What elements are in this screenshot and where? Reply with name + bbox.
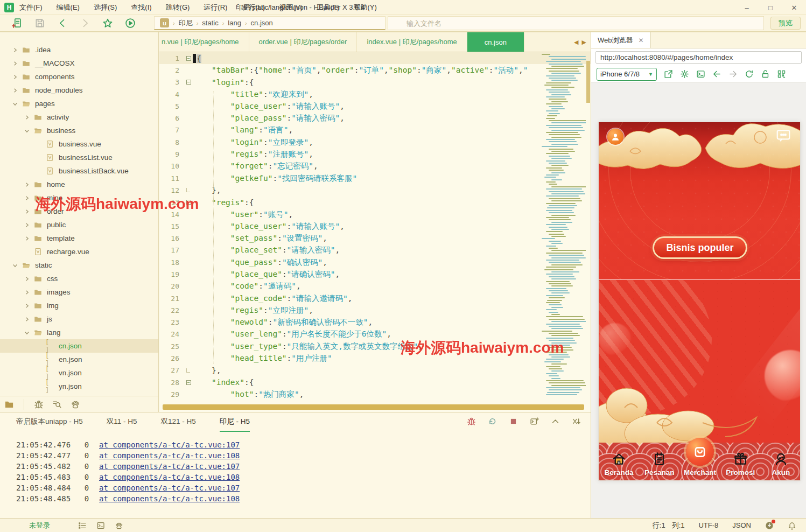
tree-item-pages[interactable]: pages [0, 97, 158, 110]
tab-akun[interactable]: Akun [761, 442, 801, 480]
code-line-9[interactable]: 9 "regis":"注册账号", [159, 148, 591, 160]
chevron-right-icon[interactable] [24, 316, 30, 323]
tree-item-businessListBack.vue[interactable]: businessListBack.vue [0, 164, 158, 178]
stop-icon[interactable] [509, 417, 518, 426]
tree-item-businessList.vue[interactable]: businessList.vue [0, 151, 158, 164]
url-input[interactable] [595, 51, 802, 64]
code-line-8[interactable]: 8 "login":"立即登录", [159, 136, 591, 148]
code-line-7[interactable]: 7 "lang":"语言", [159, 124, 591, 136]
code-line-19[interactable]: 19 "place_que":"请确认密码", [159, 268, 591, 280]
file-search-box[interactable] [388, 16, 764, 30]
chevron-down-icon[interactable] [24, 128, 30, 134]
code-line-6[interactable]: 6 "place_pass":"请输入密码", [159, 112, 591, 124]
file-search-input[interactable] [406, 19, 746, 27]
code-line-1[interactable]: 1−{ [159, 52, 591, 64]
breadcrumb-item[interactable]: 印尼 [179, 18, 193, 28]
tree-item-home[interactable]: home [0, 178, 158, 191]
breadcrumb-item[interactable]: cn.json [251, 19, 273, 27]
encoding-indicator[interactable]: UTF-8 [698, 521, 718, 529]
tree-item-lang[interactable]: lang [0, 326, 158, 339]
code-line-18[interactable]: 18 "que_pass":"确认密码", [159, 256, 591, 268]
log-source-link[interactable]: at components/a-tc/a-tc.vue:107 [99, 462, 240, 471]
nav-forward-icon[interactable] [80, 18, 90, 29]
login-status[interactable]: 未登录 [29, 521, 50, 530]
tree-item-public[interactable]: public [0, 218, 158, 232]
terminal-icon[interactable] [96, 521, 105, 530]
code-line-4[interactable]: 4 "title":"欢迎来到", [159, 88, 591, 100]
chevron-right-icon[interactable] [24, 208, 30, 215]
restart-icon[interactable] [488, 417, 497, 426]
filetype-indicator[interactable]: JSON [732, 521, 751, 529]
code-line-5[interactable]: 5 "place_user":"请输入账号", [159, 100, 591, 112]
chevron-right-icon[interactable] [12, 60, 18, 67]
log-source-link[interactable]: at components/a-tc/a-tc.vue:108 [99, 451, 240, 460]
editor-tab-3[interactable]: cn.json [467, 32, 524, 52]
browser-tab[interactable]: Web浏览器 ✕ [591, 32, 651, 48]
code-line-2[interactable]: 2 "tabBar":{"home":"首页","order":"订单","sh… [159, 64, 591, 76]
code-line-17[interactable]: 17 "place_set":"请输入密码", [159, 244, 591, 256]
tab-pesanan[interactable]: Pesanan [639, 442, 679, 480]
tree-item-.idea[interactable]: .idea [0, 43, 158, 57]
console-tab-2[interactable]: 双121 - H5 [161, 412, 196, 432]
chevron-right-icon[interactable] [24, 235, 30, 242]
tabs-scroll-left-icon[interactable]: ◀ [574, 39, 578, 46]
editor-tab-2[interactable]: index.vue | 印尼/pages/home [357, 32, 467, 52]
minimize-button[interactable]: – [735, 0, 759, 15]
settings-gear-icon[interactable] [680, 69, 689, 79]
arrow-right-icon[interactable] [728, 69, 738, 79]
log-source-link[interactable]: at components/a-tc/a-tc.vue:108 [99, 494, 240, 503]
breadcrumb-item[interactable]: static [202, 19, 218, 27]
code-line-28[interactable]: 28− "index":{ [159, 376, 591, 388]
breadcrumb-item[interactable]: lang [228, 19, 241, 27]
new-file-icon[interactable] [12, 18, 23, 29]
chevron-right-icon[interactable] [12, 47, 18, 53]
tree-item-mine[interactable]: mine [0, 191, 158, 205]
code-editor[interactable]: n.vue | 印尼/pages/homeorder.vue | 印尼/page… [159, 32, 591, 412]
tree-item-business.vue[interactable]: business.vue [0, 137, 158, 151]
minimap[interactable] [542, 54, 586, 401]
web-resources-icon[interactable] [71, 400, 80, 409]
menu-查找(I)[interactable]: 查找(I) [131, 3, 151, 12]
tree-item-recharge.vue[interactable]: recharge.vue [0, 245, 158, 258]
bookmark-star-icon[interactable] [102, 18, 113, 29]
tree-item-activity[interactable]: activity [0, 110, 158, 124]
vertical-scrollbar[interactable] [586, 52, 591, 402]
code-line-23[interactable]: 23 "newold":"新密码和确认密码不一致", [159, 317, 591, 328]
close-tab-icon[interactable]: ✕ [639, 37, 644, 44]
console-tab-1[interactable]: 双11 - H5 [107, 412, 137, 432]
menu-文件(F)[interactable]: 文件(F) [19, 3, 43, 12]
code-line-30[interactable]: 30 "cancel":"取消" [159, 401, 591, 402]
log-source-link[interactable]: at components/a-tc/a-tc.vue:108 [99, 473, 240, 481]
chevron-right-icon[interactable] [24, 181, 30, 188]
app-preview[interactable]: Bisnis populer [598, 122, 801, 481]
outline-list-icon[interactable] [78, 521, 87, 530]
chevron-right-icon[interactable] [24, 276, 30, 282]
code-line-29[interactable]: 29 "hot":"热门商家", [159, 388, 591, 400]
chevron-down-icon[interactable] [12, 262, 18, 269]
log-source-link[interactable]: at components/a-tc/a-tc.vue:107 [99, 484, 240, 492]
search-files-icon[interactable] [52, 400, 62, 409]
code-line-14[interactable]: 14 "user":"账号", [159, 208, 591, 220]
tree-item-vn.json[interactable]: [ ]vn.json [0, 366, 158, 380]
code-line-27[interactable]: 27 }, [159, 365, 591, 376]
tree-item-css[interactable]: css [0, 272, 158, 285]
device-select[interactable]: iPhone 6/7/8 ▼ [597, 68, 657, 81]
tab-promosi[interactable]: Promosi [720, 442, 761, 480]
tree-item-yn.json[interactable]: [ ]yn.json [0, 380, 158, 393]
web-resources-icon[interactable] [115, 521, 123, 530]
chevron-down-icon[interactable] [12, 101, 18, 107]
files-panel-icon[interactable] [4, 400, 14, 409]
clear-logs-icon[interactable] [572, 417, 581, 426]
merchant-bag-icon[interactable] [686, 438, 714, 466]
popular-business-button[interactable]: Bisnis populer [653, 236, 747, 259]
menu-跳转(G)[interactable]: 跳转(G) [166, 3, 190, 12]
run-icon[interactable] [125, 18, 136, 29]
tree-item-order[interactable]: order [0, 205, 158, 218]
update-download-icon[interactable] [765, 521, 774, 530]
console-tab-3[interactable]: 印尼 - H5 [220, 412, 250, 432]
chevron-right-icon[interactable] [24, 303, 30, 309]
tree-item-template[interactable]: template [0, 232, 158, 245]
breadcrumb[interactable]: u › 印尼›static›lang›cn.json [154, 16, 386, 30]
editor-tab-0[interactable]: n.vue | 印尼/pages/home [152, 32, 249, 52]
debug-bug-icon[interactable] [34, 400, 44, 409]
